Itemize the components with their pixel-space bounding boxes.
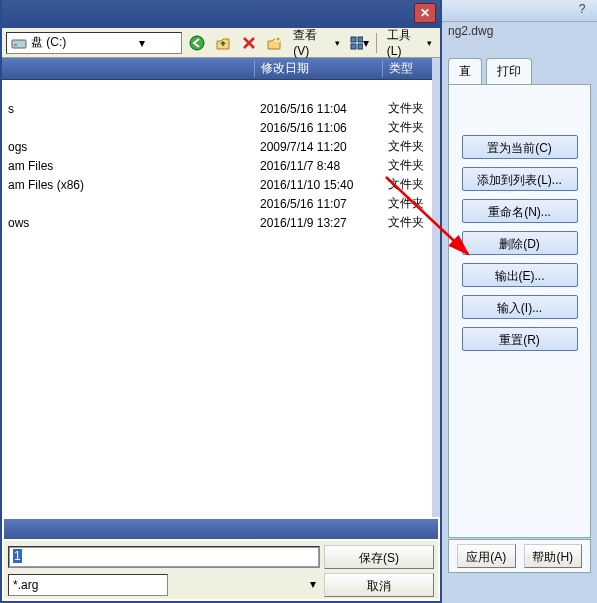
scrollbar[interactable]: [432, 58, 440, 517]
tools-menu[interactable]: 工具(L)▾: [383, 27, 436, 58]
svg-point-2: [190, 36, 204, 50]
export-button[interactable]: 输出(E)...: [462, 263, 578, 287]
cell-date: 2016/5/16 11:07: [254, 197, 382, 211]
import-button[interactable]: 输入(I)...: [462, 295, 578, 319]
address-dropdown[interactable]: 盘 (C:) ▾: [6, 32, 182, 54]
save-dialog: ✕ 盘 (C:) ▾ 查看(V)▾ ▾ 工具(L)▾ 修改日期 类型 s2016…: [0, 0, 442, 603]
cell-name: ows: [2, 216, 254, 230]
cell-date: 2016/11/7 8:48: [254, 159, 382, 173]
list-header: 修改日期 类型: [2, 58, 432, 80]
cell-date: 2016/11/9 13:27: [254, 216, 382, 230]
cell-type: 文件夹: [382, 157, 432, 174]
table-row[interactable]: [2, 80, 432, 99]
table-row[interactable]: 2016/5/16 11:07文件夹: [2, 194, 432, 213]
drive-icon: [11, 35, 27, 51]
cell-type: 文件夹: [382, 119, 432, 136]
delete-icon[interactable]: [238, 32, 260, 54]
cell-date: 2016/5/16 11:04: [254, 102, 382, 116]
svg-rect-4: [351, 37, 356, 42]
new-folder-icon[interactable]: [264, 32, 286, 54]
help-button[interactable]: 帮助(H): [524, 544, 583, 568]
cell-date: 2009/7/14 11:20: [254, 140, 382, 154]
table-row[interactable]: am Files2016/11/7 8:48文件夹: [2, 156, 432, 175]
cell-date: 2016/11/10 15:40: [254, 178, 382, 192]
tab-strip: 直 打印: [442, 40, 597, 84]
view-menu[interactable]: 查看(V)▾: [289, 27, 344, 58]
chevron-down-icon: ▾: [106, 36, 177, 50]
cell-date: 2016/5/16 11:06: [254, 121, 382, 135]
chevron-down-icon: ▾: [363, 36, 369, 50]
views-icon[interactable]: ▾: [348, 32, 370, 54]
dialog-divider: [4, 519, 438, 539]
filename-input[interactable]: [8, 546, 320, 568]
options-footer: 应用(A) 帮助(H): [448, 539, 591, 573]
rename-button[interactable]: 重命名(N)...: [462, 199, 578, 223]
svg-rect-1: [14, 44, 17, 46]
close-icon[interactable]: ✕: [414, 3, 436, 23]
save-button[interactable]: 保存(S): [324, 545, 434, 569]
cell-name: am Files: [2, 159, 254, 173]
options-body: 置为当前(C) 添加到列表(L)... 重命名(N)... 删除(D) 输出(E…: [448, 84, 591, 538]
table-row[interactable]: s2016/5/16 11:04文件夹: [2, 99, 432, 118]
cell-type: 文件夹: [382, 195, 432, 212]
cell-type: 文件夹: [382, 138, 432, 155]
up-folder-icon[interactable]: [212, 32, 234, 54]
back-icon[interactable]: [186, 32, 208, 54]
cell-name: am Files (x86): [2, 178, 254, 192]
dialog-titlebar: ✕: [2, 0, 440, 28]
file-list: 修改日期 类型 s2016/5/16 11:04文件夹2016/5/16 11:…: [2, 58, 432, 517]
reset-button[interactable]: 重置(R): [462, 327, 578, 351]
svg-rect-6: [351, 44, 356, 49]
tab-partial[interactable]: 直: [448, 58, 482, 84]
bg-help-icon[interactable]: ?: [573, 2, 591, 20]
apply-button[interactable]: 应用(A): [457, 544, 516, 568]
set-current-button[interactable]: 置为当前(C): [462, 135, 578, 159]
address-label: 盘 (C:): [31, 34, 102, 51]
table-row[interactable]: 2016/5/16 11:06文件夹: [2, 118, 432, 137]
bg-filename: ng2.dwg: [442, 22, 597, 40]
cell-type: 文件夹: [382, 214, 432, 231]
chevron-down-icon: ▾: [335, 38, 340, 48]
tab-print[interactable]: 打印: [486, 58, 532, 84]
dialog-toolbar: 盘 (C:) ▾ 查看(V)▾ ▾ 工具(L)▾: [2, 28, 440, 58]
cell-type: 文件夹: [382, 176, 432, 193]
delete-button[interactable]: 删除(D): [462, 231, 578, 255]
filetype-select[interactable]: [8, 574, 168, 596]
dialog-footer: 1 保存(S) 取消: [4, 541, 438, 599]
cell-name: s: [2, 102, 254, 116]
col-type[interactable]: 类型: [382, 60, 432, 77]
add-to-list-button[interactable]: 添加到列表(L)...: [462, 167, 578, 191]
chevron-down-icon: ▾: [427, 38, 432, 48]
bg-titlebar: ?: [442, 0, 597, 22]
options-panel: ? ng2.dwg 直 打印 置为当前(C) 添加到列表(L)... 重命名(N…: [442, 0, 597, 603]
table-row[interactable]: ogs2009/7/14 11:20文件夹: [2, 137, 432, 156]
col-date[interactable]: 修改日期: [254, 60, 382, 77]
cancel-button[interactable]: 取消: [324, 573, 434, 597]
table-row[interactable]: am Files (x86)2016/11/10 15:40文件夹: [2, 175, 432, 194]
separator: [376, 33, 377, 53]
table-row[interactable]: ows2016/11/9 13:27文件夹: [2, 213, 432, 232]
cell-type: 文件夹: [382, 100, 432, 117]
cell-name: ogs: [2, 140, 254, 154]
